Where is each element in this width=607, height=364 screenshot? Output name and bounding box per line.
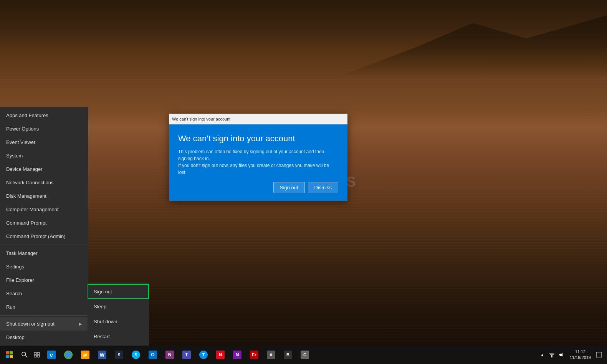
menu-item-desktop[interactable]: Desktop: [0, 331, 88, 344]
taskbar: e 📁 W S S O N T T N N: [0, 346, 607, 364]
menu-item-command-prompt-admin[interactable]: Command Prompt (Admin): [0, 230, 88, 243]
dialog-dismiss-button[interactable]: Dismiss: [308, 182, 339, 193]
taskbar-app2-icon[interactable]: B: [280, 346, 296, 364]
taskbar-teams-icon[interactable]: T: [178, 346, 195, 364]
svg-rect-6: [34, 352, 36, 354]
dialog-sign-out-button[interactable]: Sign out: [273, 182, 305, 193]
submenu-restart[interactable]: Restart: [88, 329, 149, 344]
menu-item-apps-features[interactable]: Apps and Features: [0, 109, 88, 122]
svg-rect-11: [550, 354, 554, 355]
submenu-sign-out[interactable]: Sign out: [88, 284, 149, 299]
taskbar-app1-icon[interactable]: A: [263, 346, 280, 364]
windows-logo-icon: [6, 351, 13, 358]
menu-item-command-prompt[interactable]: Command Prompt: [0, 216, 88, 230]
sign-in-error-dialog: We can't sign into your account We can't…: [169, 114, 347, 201]
menu-item-disk-management[interactable]: Disk Management: [0, 189, 88, 203]
menu-item-device-manager[interactable]: Device Manager: [0, 162, 88, 176]
dialog-titlebar: We can't sign into your account: [169, 114, 347, 124]
svg-marker-13: [560, 354, 562, 356]
dialog-body: We can't sign into your account This pro…: [169, 124, 347, 201]
dialog-description: This problem can often be fixed by signi…: [178, 148, 338, 176]
svg-marker-14: [559, 354, 560, 356]
taskbar-onenote2-icon[interactable]: N: [229, 346, 246, 364]
menu-item-shut-down-sign-out[interactable]: Shut down or sign out ▶: [0, 317, 88, 331]
systray-volume-icon[interactable]: [557, 346, 567, 364]
menu-item-task-manager[interactable]: Task Manager: [0, 247, 88, 260]
context-menu: Apps and Features Power Options Event Vi…: [0, 107, 88, 346]
svg-rect-0: [6, 351, 9, 354]
shutdown-submenu: Sign out Sleep Shut down Restart: [88, 283, 149, 346]
taskbar-edge-icon[interactable]: e: [43, 346, 60, 364]
systray-chevron[interactable]: ▲: [538, 346, 547, 364]
taskbar-pinned-icons: e 📁 W S S O N T T N N: [43, 346, 313, 364]
start-button[interactable]: [0, 346, 18, 364]
notification-icon: [596, 352, 602, 357]
taskbar-chrome-icon[interactable]: [60, 346, 77, 364]
dialog-title: We can't sign into your account: [178, 134, 338, 144]
menu-item-network-connections[interactable]: Network Connections: [0, 176, 88, 189]
svg-rect-15: [596, 352, 602, 357]
submenu-shut-down[interactable]: Shut down: [88, 314, 149, 329]
taskbar-search-button[interactable]: [18, 346, 31, 364]
system-clock[interactable]: 11:12 11/18/2019: [567, 349, 594, 361]
menu-item-settings[interactable]: Settings: [0, 260, 88, 273]
taskbar-steam-icon[interactable]: S: [111, 346, 127, 364]
taskbar-app3-icon[interactable]: C: [296, 346, 313, 364]
task-view-icon: [34, 352, 40, 358]
svg-rect-10: [551, 355, 552, 357]
menu-item-computer-management[interactable]: Computer Management: [0, 203, 88, 216]
svg-rect-9: [37, 355, 40, 357]
svg-line-5: [25, 356, 27, 357]
search-icon: [22, 352, 28, 358]
taskbar-filezilla-icon[interactable]: Fz: [246, 346, 263, 364]
menu-item-event-viewer[interactable]: Event Viewer: [0, 136, 88, 149]
notification-button[interactable]: [594, 346, 604, 364]
task-view-button[interactable]: [31, 346, 43, 364]
svg-rect-3: [10, 355, 13, 358]
systray-network-icon[interactable]: [547, 346, 557, 364]
menu-item-power-options[interactable]: Power Options: [0, 122, 88, 136]
taskbar-teamviewer-icon[interactable]: T: [195, 346, 212, 364]
volume-icon: [559, 352, 564, 357]
network-icon: [549, 352, 554, 357]
taskbar-word-icon[interactable]: W: [94, 346, 111, 364]
taskbar-explorer-icon[interactable]: 📁: [77, 346, 94, 364]
svg-rect-1: [10, 351, 13, 354]
svg-point-4: [22, 352, 26, 356]
submenu-arrow-icon: ▶: [79, 322, 82, 326]
svg-rect-8: [34, 355, 36, 357]
menu-divider-1: [0, 245, 88, 245]
dialog-buttons: Sign out Dismiss: [178, 182, 338, 193]
menu-divider-2: [0, 315, 88, 316]
menu-item-search[interactable]: Search: [0, 287, 88, 300]
taskbar-skype-icon[interactable]: S: [127, 346, 144, 364]
system-tray: ▲ 11:12 11/18/2019: [538, 346, 607, 364]
taskbar-outlook-icon[interactable]: O: [144, 346, 161, 364]
svg-rect-2: [6, 355, 9, 358]
taskbar-onenote-icon[interactable]: N: [161, 346, 178, 364]
menu-item-system[interactable]: System: [0, 149, 88, 162]
taskbar-netflix-icon[interactable]: N: [212, 346, 229, 364]
submenu-sleep[interactable]: Sleep: [88, 299, 149, 314]
svg-rect-12: [549, 353, 554, 354]
menu-item-file-explorer[interactable]: File Explorer: [0, 273, 88, 287]
svg-rect-7: [37, 352, 40, 354]
menu-item-run[interactable]: Run: [0, 300, 88, 314]
